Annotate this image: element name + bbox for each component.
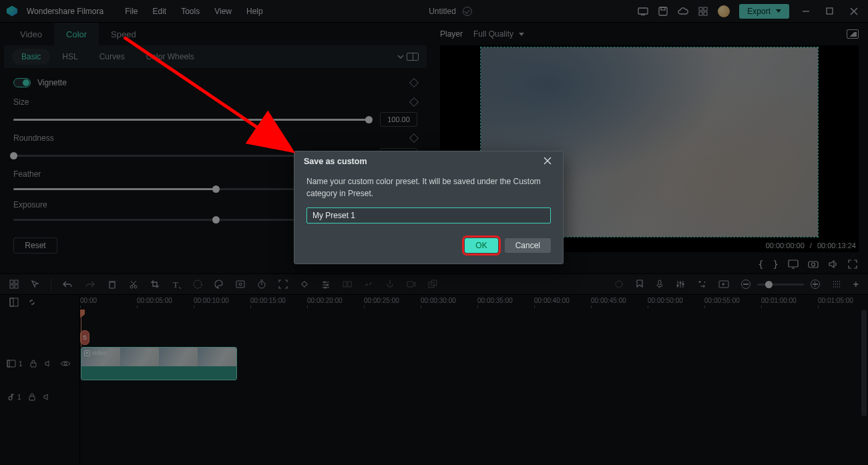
greenscreen-icon[interactable]: [236, 280, 245, 289]
vignette-toggle[interactable]: [13, 78, 31, 87]
menu-file[interactable]: File: [125, 7, 138, 16]
fullscreen-icon[interactable]: [848, 260, 859, 269]
subtab-curves[interactable]: Curves: [90, 49, 134, 65]
timeline-body[interactable]: 00:0000:00:05:0000:00:10:0000:00:15:0000…: [80, 295, 868, 465]
lock-icon[interactable]: [29, 359, 37, 368]
window-close-button[interactable]: [847, 4, 861, 19]
ok-button[interactable]: OK: [465, 238, 497, 253]
subtab-basic[interactable]: Basic: [12, 49, 50, 65]
menu-bar: File Edit Tools View Help: [125, 7, 263, 16]
palette-icon[interactable]: [214, 280, 224, 289]
mixer-icon[interactable]: [676, 280, 685, 289]
undo-icon[interactable]: [62, 280, 73, 289]
redo-icon[interactable]: [85, 280, 95, 289]
ruler-tick: 00:00:55:00: [704, 297, 740, 304]
time-ruler[interactable]: 00:0000:00:05:0000:00:10:0000:00:15:0000…: [80, 295, 868, 310]
cloud-icon[interactable]: [678, 6, 688, 17]
lock-icon[interactable]: [28, 392, 36, 402]
video-track-header[interactable]: 1: [0, 347, 79, 380]
tab-color[interactable]: Color: [54, 23, 99, 45]
add-track-icon[interactable]: +: [853, 279, 859, 290]
effect-marker[interactable]: S: [80, 330, 89, 345]
menu-edit[interactable]: Edit: [153, 7, 167, 16]
link-icon[interactable]: [27, 298, 37, 306]
cut-icon[interactable]: [129, 280, 138, 289]
menu-view[interactable]: View: [214, 7, 232, 16]
mute-icon[interactable]: [44, 360, 53, 368]
eye-icon[interactable]: [60, 360, 71, 368]
playhead[interactable]: [81, 310, 81, 347]
audio-track-header[interactable]: 1: [0, 380, 79, 414]
timecode: 00:00:00:00 / 00:00:13:24: [766, 239, 856, 252]
chevron-down-icon[interactable]: [397, 53, 404, 60]
mic-icon[interactable]: [656, 280, 664, 289]
stopwatch-icon[interactable]: [257, 280, 266, 289]
size-slider[interactable]: [13, 115, 369, 124]
video-clip[interactable]: video: [81, 347, 237, 380]
detach-icon[interactable]: [364, 280, 373, 289]
mute-icon[interactable]: [43, 393, 52, 401]
subtab-hsl[interactable]: HSL: [53, 49, 87, 65]
dialog-close-button[interactable]: [541, 157, 554, 167]
crop-icon[interactable]: [150, 280, 160, 289]
tab-video[interactable]: Video: [8, 23, 54, 45]
video-track[interactable]: video: [80, 347, 868, 380]
reset-button[interactable]: Reset: [13, 238, 57, 254]
mark-in-icon[interactable]: {: [758, 259, 763, 270]
zoom-in-button[interactable]: [811, 280, 820, 289]
apps-icon[interactable]: [698, 6, 708, 17]
adjust-icon[interactable]: [321, 280, 331, 289]
window-maximize-button[interactable]: [823, 4, 837, 19]
menu-help[interactable]: Help: [246, 7, 263, 16]
split-icon[interactable]: [343, 280, 352, 289]
window-minimize-button[interactable]: [799, 4, 813, 19]
zoom-out-button[interactable]: [741, 280, 750, 289]
timeline: 1 1 00:0000:00:05:0000:00:10:0000:00:15:…: [0, 295, 868, 465]
group-icon[interactable]: [428, 280, 437, 289]
tab-speed[interactable]: Speed: [99, 23, 148, 45]
zoom-controls: [741, 280, 820, 289]
mark-out-icon[interactable]: }: [773, 259, 779, 270]
reset-roundness-icon[interactable]: [409, 133, 419, 143]
grid-icon[interactable]: [9, 280, 19, 289]
device-icon[interactable]: [638, 6, 648, 17]
effects-icon[interactable]: [697, 280, 706, 289]
compare-view-icon[interactable]: [407, 53, 419, 61]
volume-icon[interactable]: [828, 260, 839, 269]
save-icon[interactable]: [658, 6, 668, 17]
zoom-slider[interactable]: [757, 284, 804, 286]
text-icon[interactable]: T: [172, 280, 181, 289]
user-avatar[interactable]: [718, 5, 730, 17]
subtab-color-wheels[interactable]: Color Wheels: [137, 49, 204, 65]
snapshot-icon[interactable]: [847, 29, 859, 39]
pointer-icon[interactable]: [31, 280, 40, 289]
display-icon[interactable]: [788, 260, 799, 269]
audio-track[interactable]: [80, 380, 868, 414]
render-icon[interactable]: [718, 280, 729, 288]
export-button[interactable]: Export: [739, 4, 789, 19]
vertical-scrollbar[interactable]: [860, 310, 867, 464]
svg-rect-5: [704, 7, 707, 11]
feather-label: Feather: [13, 169, 41, 179]
timecode-duration: 00:00:13:24: [817, 242, 856, 250]
svg-rect-28: [236, 281, 244, 288]
speed-circle-icon[interactable]: [193, 280, 202, 289]
marker-icon[interactable]: [636, 280, 644, 289]
section-reset-icon[interactable]: [409, 78, 419, 87]
marker-toggle-icon[interactable]: [614, 280, 624, 289]
delete-icon[interactable]: [107, 280, 117, 289]
app-name: Wondershare Filmora: [27, 7, 103, 16]
focus-icon[interactable]: [278, 280, 288, 289]
cancel-button[interactable]: Cancel: [505, 238, 551, 253]
reset-size-icon[interactable]: [409, 97, 419, 107]
preset-name-input[interactable]: [306, 207, 551, 223]
keyframe-icon[interactable]: [300, 280, 309, 289]
camera-icon[interactable]: [808, 260, 819, 269]
record-icon[interactable]: [407, 280, 416, 289]
thumbnail-view-icon[interactable]: [9, 298, 19, 307]
voiceover-icon[interactable]: [385, 280, 395, 289]
menu-tools[interactable]: Tools: [181, 7, 200, 16]
list-icon[interactable]: [832, 280, 841, 289]
quality-dropdown[interactable]: Full Quality: [473, 29, 524, 39]
size-value[interactable]: 100.00: [380, 112, 417, 127]
